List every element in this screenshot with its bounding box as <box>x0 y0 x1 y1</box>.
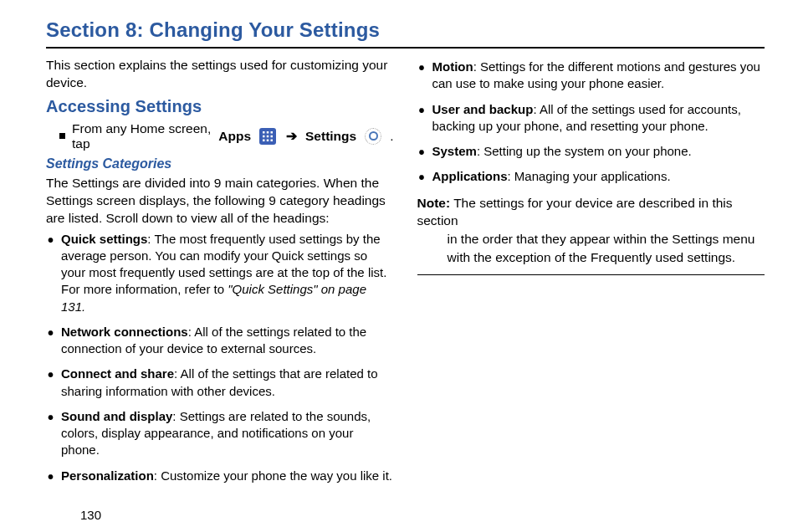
note-label: Note: <box>417 196 451 210</box>
category-item: Sound and display: Settings are related … <box>46 408 394 459</box>
category-desc: : Managing your applications. <box>508 169 671 183</box>
right-column: Motion: Settings for the different motio… <box>417 55 765 493</box>
svg-rect-0 <box>263 131 265 134</box>
category-item: Connect and share: All of the settings t… <box>46 366 394 400</box>
category-name: Network connections <box>61 325 188 339</box>
category-item: Applications: Managing your applications… <box>417 168 765 185</box>
note-body-first: The settings for your device are describ… <box>417 196 733 228</box>
settings-gear-icon <box>365 128 381 145</box>
heading-accessing-settings: Accessing Settings <box>46 97 394 116</box>
horizontal-rule <box>46 47 765 49</box>
category-item: Motion: Settings for the different motio… <box>417 59 765 93</box>
svg-rect-2 <box>271 131 274 134</box>
category-item: Network connections: All of the settings… <box>46 324 394 358</box>
period-text: . <box>390 129 393 144</box>
svg-rect-5 <box>271 136 274 138</box>
step-prefix-text: From any Home screen, tap <box>72 121 212 151</box>
categories-intro: The Settings are divided into 9 main cat… <box>46 175 394 228</box>
step-row: From any Home screen, tap Apps ➔ Setting… <box>59 121 394 151</box>
categories-list-left: Quick settings: The most frequently used… <box>46 231 394 484</box>
two-column-layout: This section explains the settings used … <box>46 55 765 493</box>
category-name: User and backup <box>432 102 534 116</box>
category-name: Connect and share <box>61 366 174 381</box>
heading-settings-categories: Settings Categories <box>46 156 394 171</box>
note-body-rest: in the order that they appear within the… <box>417 230 765 266</box>
apps-label: Apps <box>218 129 251 144</box>
category-item: Quick settings: The most frequently used… <box>46 231 394 315</box>
settings-label: Settings <box>305 129 356 144</box>
apps-grid-icon <box>259 128 276 145</box>
svg-rect-4 <box>267 136 269 138</box>
category-desc: : Setting up the system on your phone. <box>477 144 692 158</box>
category-name: Personalization <box>61 468 154 483</box>
category-name: Motion <box>432 59 473 74</box>
section-title: Section 8: Changing Your Settings <box>46 18 765 42</box>
svg-rect-8 <box>271 139 274 141</box>
category-item: User and backup: All of the settings use… <box>417 101 765 136</box>
category-name: System <box>432 144 477 158</box>
category-item: System: Setting up the system on your ph… <box>417 143 765 160</box>
category-desc: : Customize your phone the way you like … <box>154 468 392 483</box>
category-item: Personalization: Customize your phone th… <box>46 468 394 484</box>
category-desc: : Settings for the different motions and… <box>432 59 760 90</box>
document-page: Section 8: Changing Your Settings This s… <box>0 0 798 532</box>
intro-paragraph: This section explains the settings used … <box>46 57 394 92</box>
svg-rect-6 <box>263 139 265 141</box>
square-bullet-icon <box>59 133 65 139</box>
svg-rect-3 <box>263 136 265 138</box>
category-name: Applications <box>432 169 508 183</box>
svg-rect-1 <box>267 131 269 134</box>
category-name: Sound and display <box>61 409 172 423</box>
svg-rect-7 <box>267 139 269 141</box>
note-block: Note: The settings for your device are d… <box>417 194 765 276</box>
categories-list-right: Motion: Settings for the different motio… <box>417 59 765 186</box>
arrow-right-icon: ➔ <box>284 129 299 144</box>
left-column: This section explains the settings used … <box>46 55 394 493</box>
page-number: 130 <box>80 508 101 522</box>
category-name: Quick settings <box>61 232 147 246</box>
